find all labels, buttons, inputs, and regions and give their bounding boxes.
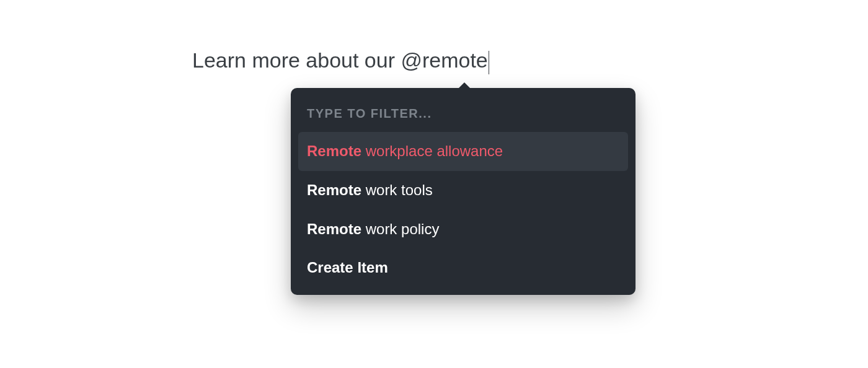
suggestion-match-text: Remote — [307, 142, 361, 159]
create-item-button[interactable]: Create Item — [298, 248, 628, 287]
suggestion-match-text: Remote — [307, 182, 361, 198]
editor-input-line[interactable]: Learn more about our @remote — [192, 48, 489, 72]
mention-suggestion-popup: TYPE TO FILTER... Remote workplace allow… — [291, 88, 636, 295]
popup-filter-header: TYPE TO FILTER... — [298, 100, 628, 132]
mention-text: @remote — [401, 48, 487, 72]
suggestion-item-1[interactable]: Remote work tools — [298, 171, 628, 210]
popup-arrow-icon — [458, 82, 471, 89]
suggestion-rest-text: workplace allowance — [361, 142, 503, 159]
text-caret — [489, 51, 489, 74]
input-prefix-text: Learn more about our — [192, 48, 401, 72]
suggestion-rest-text: work policy — [361, 221, 439, 237]
suggestion-rest-text: work tools — [361, 182, 433, 198]
suggestion-match-text: Remote — [307, 221, 361, 237]
suggestion-item-2[interactable]: Remote work policy — [298, 210, 628, 249]
suggestion-item-0[interactable]: Remote workplace allowance — [298, 132, 628, 171]
